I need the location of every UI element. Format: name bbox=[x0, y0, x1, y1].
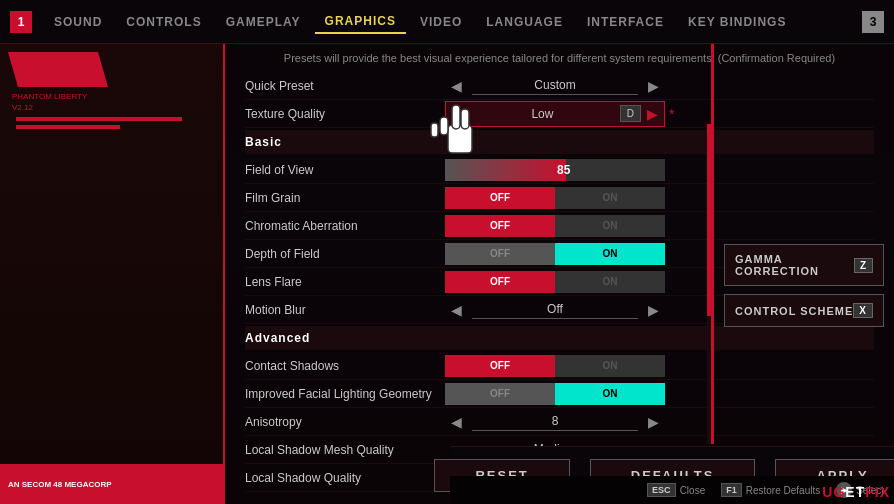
film-grain-row: Film Grain OFF ON bbox=[245, 184, 874, 212]
shadow-mesh-label: Local Shadow Mesh Quality bbox=[245, 443, 445, 457]
texture-prev[interactable]: ◀ bbox=[450, 104, 465, 124]
preset-info-text: Presets will provide the best visual exp… bbox=[225, 44, 894, 72]
quick-preset-arrows[interactable]: ◀ Custom ▶ bbox=[445, 76, 665, 96]
facial-lighting-control[interactable]: OFF ON bbox=[445, 383, 665, 405]
anisotropy-next[interactable]: ▶ bbox=[642, 412, 665, 432]
quick-preset-label: Quick Preset bbox=[245, 79, 445, 93]
quick-preset-row: Quick Preset ◀ Custom ▶ bbox=[245, 72, 874, 100]
watermark: UGETFIX bbox=[822, 484, 890, 500]
film-grain-off[interactable]: OFF bbox=[445, 187, 555, 209]
left-sidebar: PHANTOM LIBERTY V2.12 AN SECOM 48 MEGACO… bbox=[0, 44, 225, 504]
facial-lighting-row: Improved Facial Lighting Geometry OFF ON bbox=[245, 380, 874, 408]
lens-flare-control[interactable]: OFF ON bbox=[445, 271, 665, 293]
hint-close: ESC Close bbox=[647, 483, 705, 497]
shadow-quality-label: Local Shadow Quality bbox=[245, 471, 445, 485]
contact-shadows-row: Contact Shadows OFF ON bbox=[245, 352, 874, 380]
hint-restore: F1 Restore Defaults bbox=[721, 483, 820, 497]
facial-lighting-label: Improved Facial Lighting Geometry bbox=[245, 387, 445, 401]
right-panels: GAMMA CORRECTION Z CONTROL SCHEME X bbox=[724, 244, 884, 327]
nav-item-keybindings[interactable]: KEY BINDINGS bbox=[678, 11, 796, 33]
chromatic-row: Chromatic Aberration OFF ON bbox=[245, 212, 874, 240]
texture-quality-label: Texture Quality bbox=[245, 107, 445, 121]
motion-blur-next[interactable]: ▶ bbox=[642, 300, 665, 320]
gamma-correction-button[interactable]: GAMMA CORRECTION Z bbox=[724, 244, 884, 286]
nav-item-language[interactable]: LANGUAGE bbox=[476, 11, 573, 33]
quick-preset-control[interactable]: ◀ Custom ▶ bbox=[445, 76, 665, 96]
dof-off[interactable]: OFF bbox=[445, 243, 555, 265]
quick-preset-value: Custom bbox=[472, 76, 638, 95]
dof-on[interactable]: ON bbox=[555, 243, 665, 265]
motion-blur-prev[interactable]: ◀ bbox=[445, 300, 468, 320]
film-grain-toggle[interactable]: OFF ON bbox=[445, 187, 665, 209]
section-basic: Basic bbox=[245, 130, 874, 154]
chromatic-label: Chromatic Aberration bbox=[245, 219, 445, 233]
sidebar-text: PHANTOM LIBERTY V2.12 bbox=[8, 91, 215, 113]
section-advanced: Advanced bbox=[245, 326, 874, 350]
contact-shadows-off[interactable]: OFF bbox=[445, 355, 555, 377]
motion-blur-label: Motion Blur bbox=[245, 303, 445, 317]
chromatic-off[interactable]: OFF bbox=[445, 215, 555, 237]
nav-badge-right: 3 bbox=[862, 11, 884, 33]
hint-close-label: Close bbox=[680, 485, 706, 496]
lens-flare-toggle[interactable]: OFF ON bbox=[445, 271, 665, 293]
texture-value: Low bbox=[469, 107, 616, 121]
sidebar-bottom: AN SECOM 48 MEGACORP bbox=[0, 464, 223, 504]
texture-quality-control[interactable]: ◀ Low D ▶ bbox=[445, 101, 665, 127]
sidebar-version: AN SECOM 48 MEGACORP bbox=[8, 480, 112, 489]
anisotropy-control[interactable]: ◀ 8 ▶ bbox=[445, 412, 665, 432]
anisotropy-row: Anisotropy ◀ 8 ▶ bbox=[245, 408, 874, 436]
nav-item-video[interactable]: VIDEO bbox=[410, 11, 472, 33]
chromatic-on[interactable]: ON bbox=[555, 215, 665, 237]
nav-item-graphics[interactable]: GRAPHICS bbox=[315, 10, 406, 34]
nav-item-controls[interactable]: CONTROLS bbox=[116, 11, 211, 33]
contact-shadows-toggle[interactable]: OFF ON bbox=[445, 355, 665, 377]
film-grain-label: Film Grain bbox=[245, 191, 445, 205]
watermark-text: UG bbox=[822, 484, 845, 500]
facial-lighting-on[interactable]: ON bbox=[555, 383, 665, 405]
contact-shadows-on[interactable]: ON bbox=[555, 355, 665, 377]
dof-toggle[interactable]: OFF ON bbox=[445, 243, 665, 265]
gamma-correction-key: Z bbox=[854, 258, 873, 273]
anisotropy-label: Anisotropy bbox=[245, 415, 445, 429]
chromatic-control[interactable]: OFF ON bbox=[445, 215, 665, 237]
fov-control[interactable]: 85 bbox=[445, 159, 665, 181]
fov-slider[interactable]: 85 bbox=[445, 159, 665, 181]
texture-next[interactable]: ▶ bbox=[645, 104, 660, 124]
dof-control[interactable]: OFF ON bbox=[445, 243, 665, 265]
watermark-fix: FIX bbox=[865, 484, 890, 500]
texture-quality-arrows[interactable]: ◀ Low D ▶ bbox=[445, 101, 665, 127]
nav-item-interface[interactable]: INTERFACE bbox=[577, 11, 674, 33]
lens-flare-off[interactable]: OFF bbox=[445, 271, 555, 293]
motion-blur-control[interactable]: ◀ Off ▶ bbox=[445, 300, 665, 320]
quick-preset-next[interactable]: ▶ bbox=[642, 76, 665, 96]
control-scheme-button[interactable]: CONTROL SCHEME X bbox=[724, 294, 884, 327]
anisotropy-prev[interactable]: ◀ bbox=[445, 412, 468, 432]
gamma-correction-label: GAMMA CORRECTION bbox=[735, 253, 854, 277]
hint-close-key: ESC bbox=[647, 483, 676, 497]
quick-preset-prev[interactable]: ◀ bbox=[445, 76, 468, 96]
facial-lighting-toggle[interactable]: OFF ON bbox=[445, 383, 665, 405]
anisotropy-arrows[interactable]: ◀ 8 ▶ bbox=[445, 412, 665, 432]
film-grain-on[interactable]: ON bbox=[555, 187, 665, 209]
chromatic-toggle[interactable]: OFF ON bbox=[445, 215, 665, 237]
nav-item-gameplay[interactable]: GAMEPLAY bbox=[216, 11, 311, 33]
fov-row: Field of View 85 bbox=[245, 156, 874, 184]
red-accent-line bbox=[711, 44, 714, 444]
hint-restore-key: F1 bbox=[721, 483, 742, 497]
lens-flare-on[interactable]: ON bbox=[555, 271, 665, 293]
texture-d-button[interactable]: D bbox=[620, 105, 641, 122]
contact-shadows-control[interactable]: OFF ON bbox=[445, 355, 665, 377]
top-navigation: 1 SOUND CONTROLS GAMEPLAY GRAPHICS VIDEO… bbox=[0, 0, 894, 44]
lens-flare-label: Lens Flare bbox=[245, 275, 445, 289]
main-content: Presets will provide the best visual exp… bbox=[225, 44, 894, 504]
motion-blur-value: Off bbox=[472, 300, 638, 319]
nav-item-sound[interactable]: SOUND bbox=[44, 11, 112, 33]
anisotropy-value: 8 bbox=[472, 412, 638, 431]
motion-blur-arrows[interactable]: ◀ Off ▶ bbox=[445, 300, 665, 320]
hint-restore-label: Restore Defaults bbox=[746, 485, 820, 496]
scroll-indicator bbox=[707, 124, 711, 444]
facial-lighting-off[interactable]: OFF bbox=[445, 383, 555, 405]
fov-label: Field of View bbox=[245, 163, 445, 177]
film-grain-control[interactable]: OFF ON bbox=[445, 187, 665, 209]
sidebar-logo: PHANTOM LIBERTY V2.12 bbox=[0, 44, 223, 141]
